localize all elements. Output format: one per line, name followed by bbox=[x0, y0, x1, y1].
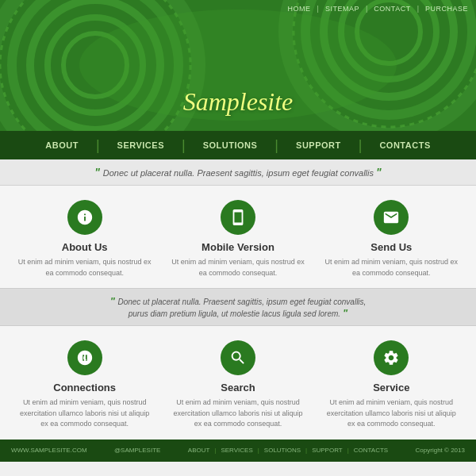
top-nav-sep3: | bbox=[417, 5, 419, 13]
quote1-text: Donec ut placerat nulla. Praesent sagitt… bbox=[103, 168, 374, 178]
section1-title-0: About Us bbox=[62, 241, 108, 253]
main-nav: ABOUT | SERVICES | SOLUTIONS | SUPPORT |… bbox=[0, 131, 476, 159]
nav-solutions[interactable]: SOLUTIONS bbox=[186, 131, 275, 159]
footer-nav-about[interactable]: ABOUT bbox=[188, 447, 210, 454]
quote-band-2: " Donec ut placerat nulla. Praesent sagi… bbox=[0, 288, 476, 326]
footer-nav-services[interactable]: SERVICES bbox=[221, 447, 252, 454]
footer-sep4: | bbox=[347, 447, 349, 454]
nav-contacts[interactable]: CONTACTS bbox=[362, 131, 447, 159]
section1-title-2: Send Us bbox=[370, 241, 412, 253]
footer-nav-contacts[interactable]: CONTACTS bbox=[354, 447, 388, 454]
top-nav-sep2: | bbox=[366, 5, 367, 13]
site-title: Samplesite bbox=[0, 87, 476, 117]
about-icon-circle bbox=[67, 200, 102, 235]
section2-title-2: Service bbox=[373, 382, 409, 393]
nav-about[interactable]: ABOUT bbox=[28, 131, 96, 159]
footer-nav: ABOUT | SERVICES | SOLUTIONS | SUPPORT |… bbox=[188, 447, 388, 454]
top-nav: HOME | SITEMAP | CONTACT | PURCHASE bbox=[288, 5, 468, 13]
section1-desc-2: Ut enim ad minim veniam, quis nostrud ex… bbox=[324, 257, 459, 278]
section1-desc-1: Ut enim ad minim veniam, quis nostrud ex… bbox=[171, 257, 305, 278]
close-quote-2: " bbox=[343, 307, 347, 319]
section1-desc-0: Ut enim ad minim veniam, quis nostrud ex… bbox=[17, 257, 152, 278]
footer-site-url: WWW.SAMPLESITE.COM bbox=[11, 447, 87, 454]
section1-item-1: Mobile Version Ut enim ad minim veniam, … bbox=[171, 200, 305, 278]
section-2: Connections Ut enim ad minim veniam, qui… bbox=[0, 326, 476, 440]
footer-sep3: | bbox=[305, 447, 307, 454]
section2-title-0: Connections bbox=[53, 382, 116, 393]
top-nav-sitemap[interactable]: SITEMAP bbox=[325, 5, 359, 13]
connections-icon-circle bbox=[67, 340, 102, 375]
section2-desc-2: Ut enim ad minim veniam, quis nostrud ex… bbox=[324, 397, 459, 430]
nav-support[interactable]: SUPPORT bbox=[278, 131, 359, 159]
close-quote: " bbox=[376, 166, 382, 178]
header: HOME | SITEMAP | CONTACT | PURCHASE Samp… bbox=[0, 0, 476, 131]
top-nav-purchase[interactable]: PURCHASE bbox=[425, 5, 468, 13]
top-nav-home[interactable]: HOME bbox=[288, 5, 311, 13]
footer: WWW.SAMPLESITE.COM @SAMPLESITE ABOUT | S… bbox=[0, 440, 476, 462]
section2-item-2: Service Ut enim ad minim veniam, quis no… bbox=[324, 340, 459, 430]
section1-item-2: Send Us Ut enim ad minim veniam, quis no… bbox=[324, 200, 459, 278]
top-nav-contact[interactable]: CONTACT bbox=[374, 5, 410, 13]
section-1: About Us Ut enim ad minim veniam, quis n… bbox=[0, 186, 476, 288]
mobile-icon-circle bbox=[221, 200, 255, 235]
section1-item-0: About Us Ut enim ad minim veniam, quis n… bbox=[17, 200, 152, 278]
open-quote: " bbox=[94, 166, 103, 178]
footer-nav-solutions[interactable]: SOLUTIONS bbox=[264, 447, 301, 454]
open-quote-2: " bbox=[110, 295, 118, 307]
section2-item-0: Connections Ut enim ad minim veniam, qui… bbox=[17, 340, 152, 430]
top-nav-sep1: | bbox=[317, 5, 319, 13]
section2-title-1: Search bbox=[221, 382, 255, 393]
section2-desc-1: Ut enim ad minim veniam, quis nostrud ex… bbox=[171, 397, 305, 430]
footer-nav-support[interactable]: SUPPORT bbox=[312, 447, 343, 454]
section2-desc-0: Ut enim ad minim veniam, quis nostrud ex… bbox=[17, 397, 152, 430]
service-icon-circle bbox=[374, 340, 409, 375]
mail-icon-circle bbox=[374, 200, 409, 235]
footer-sep2: | bbox=[258, 447, 259, 454]
nav-services[interactable]: SERVICES bbox=[100, 131, 182, 159]
search-icon-circle bbox=[221, 340, 255, 375]
section1-title-1: Mobile Version bbox=[202, 241, 274, 253]
section2-item-1: Search Ut enim ad minim veniam, quis nos… bbox=[171, 340, 305, 430]
footer-sep1: | bbox=[214, 447, 216, 454]
quote-band-1: " Donec ut placerat nulla. Praesent sagi… bbox=[0, 159, 476, 186]
footer-copyright: Copyright © 2013 bbox=[416, 447, 465, 454]
quote2-text: Donec ut placerat nulla. Praesent sagitt… bbox=[117, 298, 366, 318]
footer-social: @SAMPLESITE bbox=[114, 447, 160, 454]
